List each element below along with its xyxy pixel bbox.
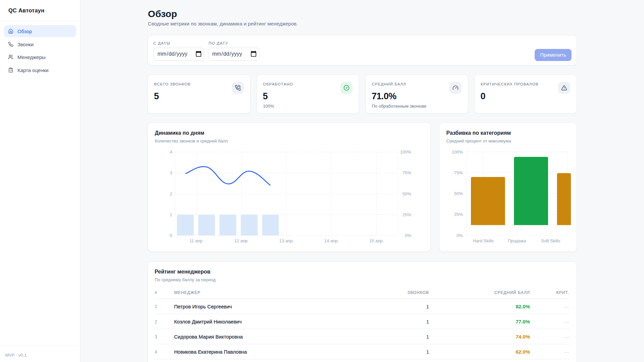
- svg-text:Hard Skills: Hard Skills: [473, 238, 494, 243]
- svg-text:0%: 0%: [405, 233, 411, 238]
- svg-text:13 апр.: 13 апр.: [279, 238, 294, 243]
- svg-text:100%: 100%: [400, 149, 412, 155]
- svg-text:0%: 0%: [457, 233, 463, 238]
- svg-text:0: 0: [170, 233, 172, 238]
- svg-text:4: 4: [170, 149, 172, 155]
- svg-text:50%: 50%: [454, 191, 463, 196]
- svg-text:11 апр.: 11 апр.: [190, 238, 204, 243]
- svg-text:Продажа: Продажа: [508, 238, 526, 243]
- svg-text:15 апр.: 15 апр.: [369, 238, 384, 243]
- svg-text:2: 2: [170, 191, 172, 196]
- svg-text:Soft Skills: Soft Skills: [541, 238, 560, 243]
- svg-text:75%: 75%: [454, 170, 463, 175]
- svg-text:25%: 25%: [454, 212, 463, 217]
- svg-text:100%: 100%: [452, 149, 463, 155]
- svg-text:1: 1: [170, 212, 172, 217]
- svg-text:50%: 50%: [402, 191, 411, 196]
- svg-text:12 апр.: 12 апр.: [234, 238, 249, 243]
- svg-text:3: 3: [170, 170, 172, 175]
- svg-text:75%: 75%: [402, 170, 411, 175]
- svg-text:25%: 25%: [402, 212, 411, 217]
- svg-text:14 апр.: 14 апр.: [324, 238, 339, 243]
